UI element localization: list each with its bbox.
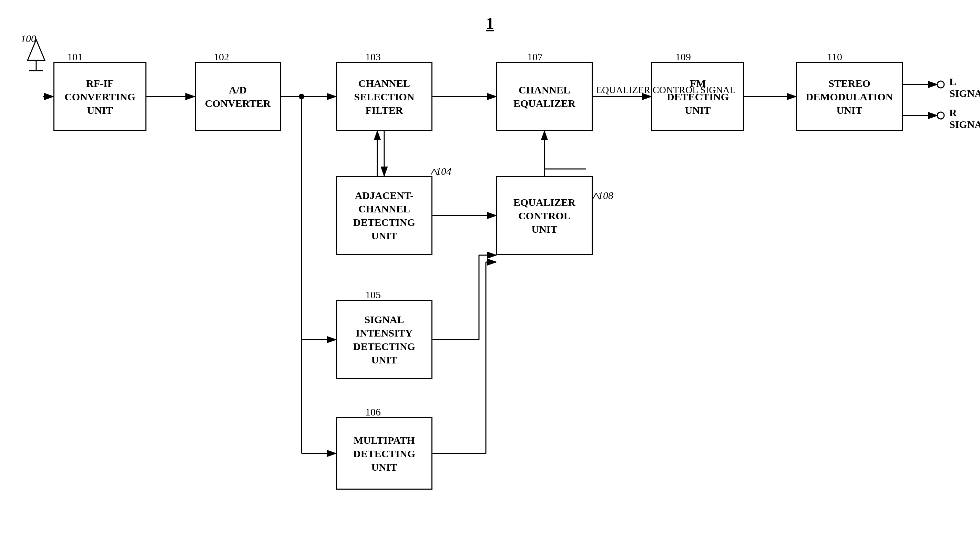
- ref-107: 107: [527, 51, 543, 63]
- diagram-container: 1: [0, 0, 980, 541]
- ref-105: 105: [365, 289, 381, 301]
- block-fm-detect: FM DETECTING UNIT: [651, 62, 744, 131]
- block-stereo-demod: STEREO DEMODULATION UNIT: [796, 62, 903, 131]
- svg-point-19: [937, 81, 944, 88]
- block-rf-if: RF-IF CONVERTING UNIT: [53, 62, 146, 131]
- block-signal-intensity: SIGNAL INTENSITY DETECTING UNIT: [336, 300, 433, 379]
- svg-point-10: [299, 94, 304, 99]
- block-channel-filter: CHANNEL SELECTION FILTER: [336, 62, 433, 131]
- ref-103: 103: [365, 51, 381, 63]
- block-adc: A/D CONVERTER: [195, 62, 281, 131]
- block-channel-eq: CHANNEL EQUALIZER: [496, 62, 593, 131]
- ref-109: 109: [675, 51, 691, 63]
- ref-102: 102: [214, 51, 229, 63]
- ref-106: 106: [365, 406, 381, 418]
- svg-point-21: [937, 112, 944, 119]
- ref-antenna: 100: [21, 33, 36, 45]
- block-multipath: MULTIPATH DETECTING UNIT: [336, 417, 433, 490]
- block-eq-control: EQUALIZER CONTROL UNIT: [496, 176, 593, 255]
- ref-101: 101: [67, 51, 83, 63]
- block-adjacent: ADJACENT- CHANNEL DETECTING UNIT: [336, 176, 433, 255]
- ref-110: 110: [827, 51, 842, 63]
- l-signal-label: L SIGNAL: [949, 76, 980, 99]
- equalizer-control-signal-label: EQUALIZER CONTROL SIGNAL: [596, 85, 736, 96]
- figure-label: 1: [486, 14, 494, 33]
- r-signal-label: R SIGNAL: [949, 107, 980, 130]
